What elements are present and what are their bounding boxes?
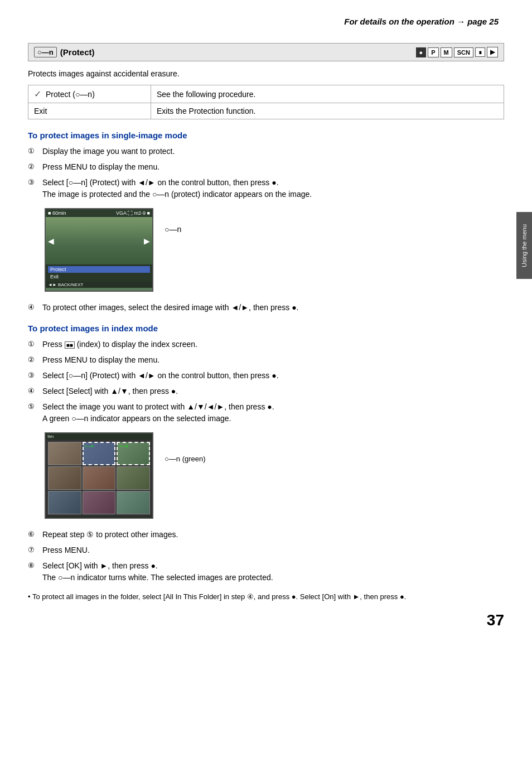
final-step-num-6: ⑥ [28, 529, 38, 540]
step-text-3: Select [○—n] (Protect) with ◄/► on the c… [42, 177, 504, 200]
table-cell-desc1: See the following procedure. [151, 85, 504, 103]
index-mode-heading: To protect images in index mode [28, 324, 504, 333]
section-description: Protects images against accidental erasu… [28, 69, 504, 78]
section-title: ○—n (Protect) [34, 47, 94, 57]
index-steps: ① Press ■■ (index) to display the index … [28, 339, 504, 425]
single-image-step4: ④ To protect other images, select the de… [28, 302, 504, 314]
mode-play: ▶ [487, 47, 498, 57]
header-text: For details on the operation → page 25 [28, 17, 504, 26]
final-step-num-7: ⑦ [28, 544, 38, 556]
idx-step-num-2: ② [28, 354, 38, 365]
step-item: ⑧ Select [OK] with ►, then press ●. The … [28, 560, 504, 584]
step-num-1: ① [28, 146, 38, 157]
screen-menu-exit: Exit [48, 273, 150, 280]
screen-side-label-index: ○—n (green) [165, 455, 206, 463]
screen-side-label-single: ○—n [165, 225, 181, 234]
step-item: ④ Select [Select] with ▲/▼, then press ●… [28, 385, 504, 397]
mode-m: M [441, 47, 452, 57]
step-item: ① Press ■■ (index) to display the index … [28, 339, 504, 350]
screen-image-area: ◀ ▶ [46, 217, 152, 264]
index-cell: ○—n [83, 442, 116, 465]
idx-step-text-2: Press MENU to display the menu. [42, 354, 504, 366]
section-title-bar: ○—n (Protect) ● P M SCN ∎ ▶ [28, 43, 504, 61]
step-num-2: ② [28, 161, 38, 172]
step-text-4: To protect other images, select the desi… [42, 302, 504, 314]
final-step-num-8: ⑧ [28, 560, 38, 571]
mode-scn: SCN [454, 47, 473, 57]
left-arrow: ◀ [48, 237, 54, 245]
index-cell [48, 442, 81, 465]
step-item: ③ Select [○—n] (Protect) with ◄/► on the… [28, 370, 504, 382]
idx-step-num-3: ③ [28, 370, 38, 381]
screen-bottom-bar: ◄► BACK/NEXT [46, 282, 152, 288]
table-row: Exit Exits the Protection function. [28, 103, 504, 119]
index-top-left: 9m [47, 434, 54, 439]
screen-protect-label: Protect Exit [46, 264, 152, 282]
screen-top-right: VGA ⛶ m2-9 ■ [116, 210, 150, 216]
screen-arrows: ◀ ▶ [46, 237, 152, 245]
section-title-text: (Protect) [60, 47, 95, 57]
step-text-2: Press MENU to display the menu. [42, 161, 504, 173]
index-cell [83, 491, 116, 514]
idx-step-num-4: ④ [28, 385, 38, 397]
idx-step-text-1: Press ■■ (index) to display the index sc… [42, 339, 504, 350]
step-num-4: ④ [28, 302, 38, 313]
single-image-heading: To protect images in single-image mode [28, 131, 504, 140]
step-item: ② Press MENU to display the menu. [28, 161, 504, 173]
index-cell [48, 466, 81, 490]
camera-screen-index: 9m ○—n ○—n ● SEL [45, 432, 153, 519]
table-row: ✓ Protect (○—n) See the following proced… [28, 85, 504, 103]
camera-screen-single: ■ 60min VGA ⛶ m2-9 ■ ◀ ▶ Protect Exit ◄►… [45, 208, 153, 292]
index-top-bar: 9m [46, 433, 152, 440]
table-cell-item2: Exit [28, 103, 151, 119]
mode-grid: ∎ [475, 47, 485, 57]
screen-top-bar: ■ 60min VGA ⛶ m2-9 ■ [46, 209, 152, 217]
idx-step-text-5: Select the image you want to protect wit… [42, 401, 504, 425]
step-item: ② Press MENU to display the menu. [28, 354, 504, 366]
mode-p: P [428, 47, 438, 57]
protect-badge-2: ○—n [84, 443, 94, 449]
mode-camera: ● [416, 47, 427, 57]
final-step-text-7: Press MENU. [42, 544, 504, 556]
final-step-text-6: Repeat step ⑤ to protect other images. [42, 529, 504, 541]
protect-icon: ○—n [34, 47, 57, 57]
screen-menu-protect: Protect [48, 266, 150, 273]
step-num-3: ③ [28, 177, 38, 188]
page-wrapper: For details on the operation → page 25 ○… [0, 0, 532, 640]
index-cell [48, 491, 81, 514]
index-cell [117, 466, 150, 490]
right-arrow: ▶ [144, 237, 150, 245]
single-screenshot-container: ■ 60min VGA ⛶ m2-9 ■ ◀ ▶ Protect Exit ◄►… [45, 208, 504, 292]
index-cell: ○—n [117, 442, 150, 465]
bullet-note: • To protect all images in the folder, s… [28, 591, 504, 602]
mode-badges: ● P M SCN ∎ ▶ [416, 47, 498, 57]
step-text-1: Display the image you want to protect. [42, 146, 504, 157]
exit-item-label: Exit [34, 107, 47, 115]
index-cell [117, 491, 150, 514]
step-item: ⑥ Repeat step ⑤ to protect other images. [28, 529, 504, 541]
protect-item-label: Protect (○—n) [46, 90, 95, 99]
table-cell-desc2: Exits the Protection function. [151, 103, 504, 119]
step-item: ③ Select [○—n] (Protect) with ◄/► on the… [28, 177, 504, 200]
page-number: 37 [487, 611, 504, 629]
idx-step-num-5: ⑤ [28, 401, 38, 412]
final-step-text-8: Select [OK] with ►, then press ●. The ○—… [42, 560, 504, 584]
step-item: ⑤ Select the image you want to protect w… [28, 401, 504, 425]
index-screenshot-container: 9m ○—n ○—n ● SEL [45, 432, 504, 519]
menu-table: ✓ Protect (○—n) See the following proced… [28, 85, 504, 119]
idx-step-text-3: Select [○—n] (Protect) with ◄/► on the c… [42, 370, 504, 382]
step-item: ⑦ Press MENU. [28, 544, 504, 556]
final-steps: ⑥ Repeat step ⑤ to protect other images.… [28, 529, 504, 584]
index-grid: ○—n ○—n [46, 440, 152, 517]
idx-step-num-1: ① [28, 339, 38, 350]
single-image-steps: ① Display the image you want to protect.… [28, 146, 504, 200]
screen-top-left: ■ 60min [48, 210, 66, 216]
step-item: ④ To protect other images, select the de… [28, 302, 504, 314]
index-bottom-bar: ● SELECT MENU TO NEXT [46, 517, 152, 519]
checkmark-icon: ✓ [34, 89, 41, 99]
idx-step-text-4: Select [Select] with ▲/▼, then press ●. [42, 385, 504, 397]
protect-badge-3: ○—n [118, 443, 128, 449]
index-cell [83, 466, 116, 490]
table-cell-item1: ✓ Protect (○—n) [28, 85, 151, 103]
sidebar-label-text: Using the menu [521, 224, 528, 267]
